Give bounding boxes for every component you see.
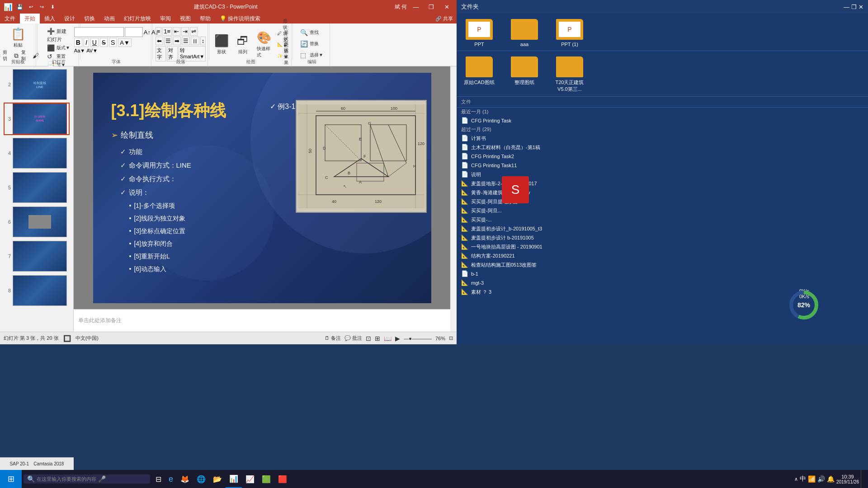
file-mgt3[interactable]: 📐 mgt-3 [457,278,868,287]
align-left-btn[interactable]: ⬅ [156,37,163,45]
text-dir-btn[interactable]: 文字 [156,46,166,61]
new-slide-button[interactable]: ➕新建 [45,27,72,35]
arrange-button[interactable]: 🗗 排列 [233,27,253,61]
menu-transitions[interactable]: 切换 [80,14,99,23]
network-icon[interactable]: 📶 [808,475,816,483]
font-color-btn[interactable]: A▼ [118,38,132,47]
strikethrough-btn[interactable]: S̶ [100,38,108,47]
zoom-slider[interactable]: —●———— [404,336,432,341]
slide-thumb-3[interactable]: 3 [3.1]绘制各种线 [4,103,70,135]
taskbar-firefox[interactable]: 🦊 [177,470,193,488]
menu-review[interactable]: 审阅 [156,14,175,23]
comments-btn[interactable]: 💬 批注 [344,335,362,342]
fm-close[interactable]: ✕ [859,4,863,10]
menu-view[interactable]: 视图 [175,14,195,23]
fm-restore[interactable]: ❐ [851,4,857,10]
sketchup-icon[interactable]: S [502,176,529,203]
reading-view-btn[interactable]: 📖 [384,335,392,342]
tray-expand[interactable]: ∧ [794,476,798,482]
slide-thumb-8[interactable]: 8 [4,274,70,307]
file-buy3[interactable]: 📐 买买提-... [457,215,868,224]
shadow-btn[interactable]: S [109,38,117,47]
file-calc[interactable]: 📄 计算书 [457,134,868,143]
menu-home[interactable]: 开始 [20,14,40,23]
taskbar-ie[interactable]: 🌐 [193,470,209,488]
file-b1[interactable]: 📄 b-1 [457,269,868,278]
slide-thumb-2[interactable]: 2 绘制直线LINE [4,68,70,101]
col-btn[interactable]: ⫼ [191,37,199,45]
taskbar-search[interactable]: 🔍 在这里输入你要搜索的内容 🎤 [24,474,150,483]
align-center-btn[interactable]: ☰ [164,37,172,45]
line-spacing-btn[interactable]: ↕ [200,37,206,45]
taskbar-app3[interactable]: 🟥 [274,470,291,488]
menu-insert[interactable]: 插入 [40,14,60,23]
layout-button[interactable]: ⬛版式▼ [45,44,72,52]
cut-button[interactable]: ✂剪切 [0,50,11,61]
folder-t20[interactable]: T20天正建筑V5.0第三... [552,55,588,93]
save-quick-btn[interactable]: 💾 [15,2,24,11]
shapes-button[interactable]: ⬛ 形状 [212,27,231,61]
new-slide-button2[interactable]: 幻灯片 [45,36,72,43]
folder-tidy[interactable]: 整理图纸 [506,55,542,86]
slide-thumb-5[interactable]: 5 [4,171,70,204]
folder-ppt[interactable]: P PPT [461,17,497,47]
taskbar-files[interactable]: 📂 [209,470,226,488]
bold-btn[interactable]: B [74,38,82,47]
menu-help[interactable]: 帮助 [195,14,215,23]
show-desktop-btn[interactable] [861,470,864,488]
notes-area[interactable]: 单击此处添加备注 [74,309,450,332]
slide-thumb-6[interactable]: 6 [4,206,70,238]
notification-icon[interactable]: 🔔 [827,475,835,483]
menu-design[interactable]: 设计 [60,14,80,23]
file-buy2[interactable]: 📐 买买提-阿旦... [457,206,868,215]
char-spacing-btn[interactable]: AV▼ [86,48,98,53]
menu-animations[interactable]: 动画 [99,14,119,23]
italic-btn[interactable]: I [84,38,89,47]
increase-indent-btn[interactable]: ⇥ [181,27,189,36]
paste-button[interactable]: 📋 粘贴 [8,25,28,50]
taskbar-edge[interactable]: e [165,470,177,488]
menu-file[interactable]: 文件 [0,14,20,23]
find-button[interactable]: 🔍查找 [298,27,325,38]
underline-btn[interactable]: U [90,38,99,47]
menu-search[interactable]: 💡操作说明搜索 [215,14,265,23]
slide-canvas[interactable]: [3.1]绘制各种线 ➢绘制直线 ✓功能 ✓命令调用方式：LINE ✓命令执行方… [93,73,431,303]
fit-btn[interactable]: ⊡ [449,335,453,341]
shape-effects-btn[interactable]: ✨形状效果▼ [275,50,290,61]
taskbar-app1[interactable]: 📈 [242,470,258,488]
replace-button[interactable]: 🔄替换 [298,38,325,49]
file-material[interactable]: 📄 土木工程材料（白亮昆）-第1稿 [457,143,868,152]
file-cfg11[interactable]: 📄 CFG Printing Task11 [457,161,868,170]
slide-thumb-7[interactable]: 7 [4,240,70,272]
font-size-input[interactable] [125,27,143,37]
file-cfg2[interactable]: 📄 CFG Printing Task2 [457,152,868,161]
taskbar-taskview[interactable]: ⊟ [152,470,165,488]
notes-btn[interactable]: 🗒 备注 [325,335,341,342]
fm-minimize[interactable]: — [844,4,849,10]
file-mgt-c[interactable]: 📐 麦盖提初步设计 b-20191005 [457,233,868,242]
font-grow-btn[interactable]: A↑ [144,29,151,36]
lang-icon[interactable]: 中 [800,475,806,483]
taskbar-ppt[interactable]: 📊 [226,470,242,488]
bullets-btn[interactable]: ≡ [156,27,162,36]
clock[interactable]: 10:39 2019/11/26 [836,474,859,484]
slide-thumb-4[interactable]: 4 [4,137,70,169]
redo-quick-btn[interactable]: ↪ [37,2,46,11]
restore-button[interactable]: ❐ [425,2,438,12]
file-check[interactable]: 📐 检查站结构施工图0513改图签 [457,260,868,269]
justify-btn[interactable]: ☰ [182,37,190,45]
slide-sorter-btn[interactable]: ⊞ [375,335,380,342]
file-mgt-b[interactable]: 📐 麦盖提初步设计_b-20191005_t3 [457,224,868,233]
start-button[interactable]: ⊞ [0,470,22,488]
quick-styles-button[interactable]: 🎨 快速样式 [254,27,274,61]
normal-view-btn[interactable]: ⊡ [366,335,371,342]
file-zone1[interactable]: 📐 一号地块抬高层设图 - 20190901 [457,242,868,251]
numbering-btn[interactable]: 1≡ [162,27,172,36]
slideshow-btn[interactable]: ▶ [395,335,400,342]
minimize-button[interactable]: — [410,2,422,12]
decrease-indent-btn[interactable]: ⇤ [173,27,180,36]
menu-slideshow[interactable]: 幻灯片放映 [119,14,156,23]
convert-btn[interactable]: ⇌ [190,27,198,36]
volume-icon[interactable]: 🔊 [817,475,825,483]
file-struct[interactable]: 📐 结构方案-20190221 [457,251,868,260]
